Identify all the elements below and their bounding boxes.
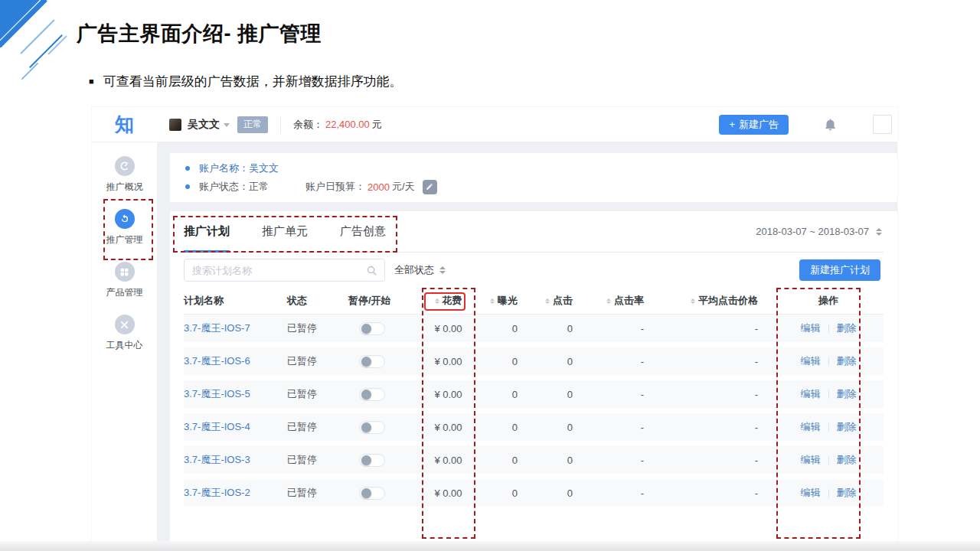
header-clicks[interactable]: 点击 — [545, 294, 582, 308]
edit-link[interactable]: 编辑 — [801, 420, 821, 434]
account-name-value: 吴文文 — [249, 161, 279, 175]
chevron-down-icon[interactable] — [224, 123, 230, 127]
delete-link[interactable]: 删除 — [837, 321, 857, 335]
plan-status: 已暂停 — [287, 354, 317, 368]
pause-start-toggle[interactable] — [359, 322, 385, 335]
table-row: 3.7-魔王-IOS-4 已暂停 ¥ 0.00 0 0 - - 编辑 删除 — [184, 413, 884, 446]
delete-link[interactable]: 删除 — [837, 354, 857, 368]
date-range-picker[interactable]: 2018-03-07 ~ 2018-03-07 — [756, 226, 884, 237]
spend-value: ¥ 0.00 — [434, 389, 462, 400]
tab-promotion-plan[interactable]: 推广计划 — [184, 211, 230, 252]
edit-link[interactable]: 编辑 — [801, 321, 821, 335]
edit-link[interactable]: 编辑 — [801, 387, 821, 401]
new-ad-button[interactable]: + 新建广告 — [719, 115, 789, 135]
plan-name-link[interactable]: 3.7-魔王-IOS-5 — [184, 387, 250, 401]
balance-label: 余额： — [293, 118, 323, 132]
plan-name-link[interactable]: 3.7-魔王-IOS-4 — [184, 420, 250, 434]
plan-status: 已暂停 — [287, 387, 317, 401]
tab-promotion-unit[interactable]: 推广单元 — [262, 211, 308, 252]
slide-bottom-strip — [0, 541, 980, 551]
edit-budget-button[interactable] — [423, 180, 437, 194]
header-ctr[interactable]: 点击率 — [606, 294, 647, 308]
pause-start-toggle[interactable] — [359, 454, 385, 467]
bullet-text: 可查看当前层级的广告数据，并新增数据排序功能。 — [103, 73, 403, 90]
header-impressions[interactable]: 曝光 — [490, 294, 528, 308]
row-actions: 编辑 删除 — [773, 354, 884, 368]
bullet-dot-icon — [185, 166, 190, 171]
edit-link[interactable]: 编辑 — [801, 453, 821, 467]
table-header-row: 计划名称 状态 暂停/开始 花费 曝光 点击 点击率 平均点击价格 操作 — [184, 288, 884, 315]
notification-bell-icon[interactable] — [823, 117, 838, 132]
plan-name-link[interactable]: 3.7-魔王-IOS-7 — [184, 321, 250, 335]
user-avatar[interactable] — [169, 119, 181, 131]
ctr-value: - — [641, 455, 647, 466]
sort-icon — [435, 298, 439, 304]
pause-start-toggle[interactable] — [359, 355, 385, 368]
status-filter-dropdown[interactable]: 全部状态 — [394, 263, 446, 277]
delete-link[interactable]: 删除 — [837, 420, 857, 434]
sort-icon — [606, 298, 611, 304]
table-row: 3.7-魔王-IOS-3 已暂停 ¥ 0.00 0 0 - - 编辑 删除 — [184, 446, 884, 479]
ctr-value: - — [641, 323, 647, 334]
plan-name-link[interactable]: 3.7-魔王-IOS-3 — [184, 453, 250, 467]
delete-link[interactable]: 删除 — [837, 387, 857, 401]
bullet-line: ■ 可查看当前层级的广告数据，并新增数据排序功能。 — [89, 73, 403, 90]
ctr-value: - — [641, 422, 647, 433]
table-body: 3.7-魔王-IOS-7 已暂停 ¥ 0.00 0 0 - - 编辑 删除 3.… — [184, 315, 884, 512]
avg-click-price-value: - — [755, 487, 773, 499]
ctr-value: - — [641, 356, 647, 367]
clicks-value: 0 — [567, 422, 582, 433]
bullet-dot-icon — [185, 184, 190, 189]
ctr-value: - — [641, 389, 647, 400]
divider — [828, 489, 829, 497]
header-avg-click-price[interactable]: 平均点击价格 — [691, 294, 773, 308]
clicks-value: 0 — [567, 389, 582, 400]
sidebar: 推广概况 推广管理 产品管理 — [92, 142, 157, 542]
new-plan-button[interactable]: 新建推广计划 — [799, 259, 880, 281]
account-info-card: 账户名称： 吴文文 账户状态： 正常 账户日预算： 2000 元/天 — [170, 153, 897, 202]
user-name[interactable]: 吴文文 — [188, 118, 220, 132]
delete-link[interactable]: 删除 — [837, 486, 857, 500]
toggle-knob — [361, 324, 371, 334]
daily-budget: 账户日预算： 2000 元/天 — [305, 180, 415, 194]
budget-value: 2000 — [368, 181, 390, 193]
table-row: 3.7-魔王-IOS-6 已暂停 ¥ 0.00 0 0 - - 编辑 删除 — [184, 347, 884, 380]
impressions-value: 0 — [512, 389, 528, 400]
plan-name-link[interactable]: 3.7-魔王-IOS-6 — [184, 354, 250, 368]
clicks-value: 0 — [567, 487, 582, 499]
search-icon[interactable] — [359, 265, 384, 276]
header-spend[interactable]: 花费 — [435, 294, 462, 308]
pause-start-toggle[interactable] — [359, 388, 385, 401]
header-plan-name: 计划名称 — [184, 294, 224, 308]
account-status-label: 账户状态： — [199, 180, 249, 194]
sidebar-item-tools-center[interactable]: 工具中心 — [106, 315, 143, 352]
sidebar-item-promotion-management[interactable]: 推广管理 — [106, 209, 143, 246]
search-input[interactable] — [185, 265, 359, 276]
table-row: 3.7-魔王-IOS-7 已暂停 ¥ 0.00 0 0 - - 编辑 删除 — [184, 315, 884, 347]
sidebar-item-product-management[interactable]: 产品管理 — [106, 262, 143, 299]
pause-start-toggle[interactable] — [359, 487, 385, 500]
budget-unit: 元/天 — [392, 180, 415, 194]
toggle-knob — [361, 422, 371, 432]
tab-ad-creative[interactable]: 广告创意 — [340, 211, 386, 252]
sidebar-item-overview[interactable]: 推广概况 — [106, 156, 143, 194]
avatar-placeholder[interactable] — [873, 115, 892, 134]
plan-status: 已暂停 — [287, 453, 317, 467]
edit-link[interactable]: 编辑 — [801, 354, 821, 368]
app-topbar: 知 吴文文 正常 余额： 22,400.00 元 + 新建广告 — [92, 107, 897, 142]
row-actions: 编辑 删除 — [773, 453, 884, 467]
row-actions: 编辑 删除 — [773, 486, 884, 500]
status-badge: 正常 — [237, 116, 268, 133]
delete-link[interactable]: 删除 — [837, 453, 857, 467]
plan-status: 已暂停 — [287, 420, 317, 434]
impressions-value: 0 — [512, 422, 528, 433]
grid-icon — [115, 262, 135, 282]
tools-icon — [115, 315, 135, 334]
spend-value: ¥ 0.00 — [434, 455, 462, 466]
ad-platform-window: 知 吴文文 正常 余额： 22,400.00 元 + 新建广告 — [92, 107, 897, 542]
pause-start-toggle[interactable] — [359, 421, 385, 434]
edit-link[interactable]: 编辑 — [801, 486, 821, 500]
plan-name-link[interactable]: 3.7-魔王-IOS-2 — [184, 486, 250, 500]
row-actions: 编辑 删除 — [773, 387, 884, 401]
spend-value: ¥ 0.00 — [434, 487, 462, 499]
